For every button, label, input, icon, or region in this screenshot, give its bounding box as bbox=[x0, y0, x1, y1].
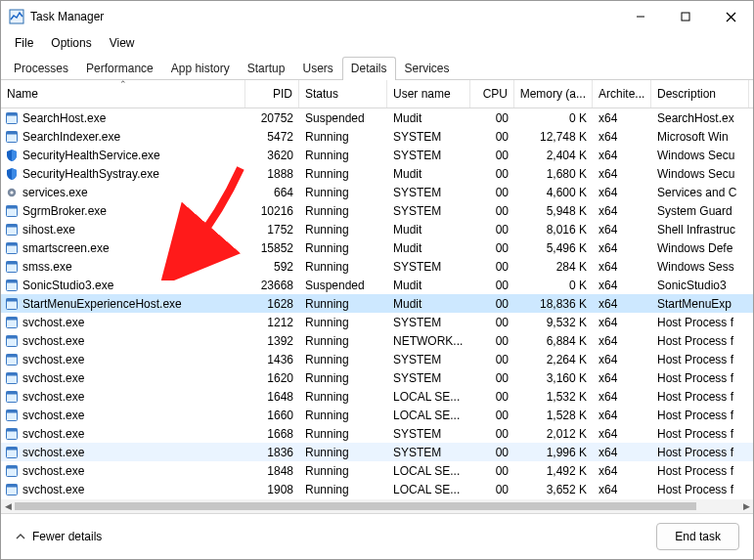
tab-processes[interactable]: Processes bbox=[5, 57, 77, 80]
cell-user: SYSTEM bbox=[387, 371, 470, 385]
cell-mem: 2,264 K bbox=[514, 353, 593, 366]
cell-name: svchost.exe bbox=[1, 390, 245, 404]
app-icon bbox=[5, 241, 19, 255]
tab-details[interactable]: Details bbox=[342, 57, 396, 80]
app-icon bbox=[5, 223, 19, 237]
scroll-thumb[interactable] bbox=[15, 502, 696, 510]
svg-point-10 bbox=[10, 191, 13, 194]
tab-app-history[interactable]: App history bbox=[162, 57, 239, 80]
fewer-details-button[interactable]: Fewer details bbox=[15, 530, 102, 543]
process-name: smss.exe bbox=[22, 260, 72, 274]
table-row[interactable]: svchost.exe1620RunningSYSTEM003,160 Kx64… bbox=[1, 368, 753, 387]
column-header-desc[interactable]: Description bbox=[651, 80, 749, 108]
cell-cpu: 00 bbox=[470, 371, 514, 385]
chevron-up-icon bbox=[15, 531, 26, 542]
column-header-user[interactable]: User name bbox=[387, 80, 470, 108]
cell-user: SYSTEM bbox=[387, 204, 470, 218]
cell-desc: Microsoft Win bbox=[651, 130, 749, 144]
app-icon bbox=[5, 446, 19, 459]
cell-cpu: 00 bbox=[470, 167, 514, 181]
end-task-button[interactable]: End task bbox=[656, 523, 739, 550]
table-row[interactable]: SearchIndexer.exe5472RunningSYSTEM0012,7… bbox=[1, 127, 753, 146]
cell-status: Running bbox=[299, 149, 387, 162]
app-icon bbox=[5, 334, 19, 348]
cell-name: SgrmBroker.exe bbox=[1, 204, 245, 218]
cell-pid: 1752 bbox=[245, 223, 299, 237]
close-button[interactable] bbox=[708, 1, 753, 32]
process-name: svchost.exe bbox=[22, 446, 84, 459]
table-row[interactable]: smss.exe592RunningSYSTEM00284 Kx64Window… bbox=[1, 257, 753, 276]
table-row[interactable]: SgrmBroker.exe10216RunningSYSTEM005,948 … bbox=[1, 201, 753, 220]
menu-view[interactable]: View bbox=[102, 34, 143, 52]
table-row[interactable]: svchost.exe1908RunningLOCAL SE...003,652… bbox=[1, 480, 753, 498]
cell-arch: x64 bbox=[593, 390, 651, 404]
cell-cpu: 00 bbox=[470, 464, 514, 478]
tab-services[interactable]: Services bbox=[396, 57, 459, 80]
cell-status: Running bbox=[299, 186, 387, 199]
menubar: File Options View bbox=[1, 32, 753, 54]
cell-arch: x64 bbox=[593, 297, 651, 311]
cell-arch: x64 bbox=[593, 353, 651, 366]
cell-cpu: 00 bbox=[470, 297, 514, 311]
cell-status: Running bbox=[299, 409, 387, 422]
table-row[interactable]: SecurityHealthService.exe3620RunningSYST… bbox=[1, 146, 753, 164]
cell-arch: x64 bbox=[593, 149, 651, 162]
table-row[interactable]: svchost.exe1668RunningSYSTEM002,012 Kx64… bbox=[1, 424, 753, 443]
column-header-mem[interactable]: Memory (a... bbox=[514, 80, 593, 108]
menu-options[interactable]: Options bbox=[43, 34, 99, 52]
table-row[interactable]: SonicStudio3.exe23668SuspendedMudit000 K… bbox=[1, 276, 753, 294]
cell-cpu: 00 bbox=[470, 334, 514, 348]
cell-status: Running bbox=[299, 464, 387, 478]
table-row[interactable]: svchost.exe1436RunningSYSTEM002,264 Kx64… bbox=[1, 350, 753, 368]
cell-pid: 1836 bbox=[245, 446, 299, 459]
maximize-button[interactable] bbox=[663, 1, 708, 32]
column-header-pid[interactable]: PID bbox=[245, 80, 299, 108]
cell-mem: 1,680 K bbox=[514, 167, 593, 181]
window-controls bbox=[618, 1, 753, 32]
horizontal-scrollbar[interactable]: ◀ ▶ bbox=[1, 499, 753, 513]
table-row[interactable]: svchost.exe1836RunningSYSTEM001,996 Kx64… bbox=[1, 443, 753, 461]
menu-file[interactable]: File bbox=[7, 34, 41, 52]
cell-user: SYSTEM bbox=[387, 316, 470, 329]
cell-user: Mudit bbox=[387, 297, 470, 311]
cell-mem: 1,492 K bbox=[514, 464, 593, 478]
scroll-left-icon[interactable]: ◀ bbox=[1, 499, 15, 513]
table-row[interactable]: svchost.exe1660RunningLOCAL SE...001,528… bbox=[1, 406, 753, 424]
column-header-status[interactable]: Status bbox=[299, 80, 387, 108]
process-name: StartMenuExperienceHost.exe bbox=[22, 297, 182, 311]
table-row[interactable]: svchost.exe1392RunningNETWORK...006,884 … bbox=[1, 331, 753, 350]
cell-name: SearchHost.exe bbox=[1, 111, 245, 125]
cell-mem: 5,948 K bbox=[514, 204, 593, 218]
cell-desc: Shell Infrastruc bbox=[651, 223, 749, 237]
table-row[interactable]: SecurityHealthSystray.exe1888RunningMudi… bbox=[1, 164, 753, 183]
scroll-right-icon[interactable]: ▶ bbox=[739, 499, 753, 513]
tab-startup[interactable]: Startup bbox=[239, 57, 294, 80]
minimize-button[interactable] bbox=[618, 1, 663, 32]
table-row[interactable]: sihost.exe1752RunningMudit008,016 Kx64Sh… bbox=[1, 220, 753, 238]
table-row[interactable]: StartMenuExperienceHost.exe1628RunningMu… bbox=[1, 294, 753, 313]
cell-desc: Host Process f bbox=[651, 427, 749, 441]
cell-pid: 1848 bbox=[245, 464, 299, 478]
table-row[interactable]: svchost.exe1212RunningSYSTEM009,532 Kx64… bbox=[1, 313, 753, 331]
tab-users[interactable]: Users bbox=[293, 57, 341, 80]
cell-name: svchost.exe bbox=[1, 483, 245, 496]
cell-user: SYSTEM bbox=[387, 149, 470, 162]
tab-performance[interactable]: Performance bbox=[77, 57, 162, 80]
cell-cpu: 00 bbox=[470, 149, 514, 162]
cell-status: Running bbox=[299, 204, 387, 218]
svg-rect-38 bbox=[7, 447, 18, 450]
cell-pid: 1392 bbox=[245, 334, 299, 348]
table-row[interactable]: services.exe664RunningSYSTEM004,600 Kx64… bbox=[1, 183, 753, 201]
table-row[interactable]: smartscreen.exe15852RunningMudit005,496 … bbox=[1, 238, 753, 257]
cell-name: SonicStudio3.exe bbox=[1, 279, 245, 292]
table-row[interactable]: svchost.exe1848RunningLOCAL SE...001,492… bbox=[1, 461, 753, 480]
column-header-name[interactable]: Name⌃ bbox=[1, 80, 245, 108]
column-header-arch[interactable]: Archite... bbox=[593, 80, 651, 108]
grid-body[interactable]: SearchHost.exe20752SuspendedMudit000 Kx6… bbox=[1, 108, 753, 499]
table-row[interactable]: svchost.exe1648RunningLOCAL SE...001,532… bbox=[1, 387, 753, 406]
process-name: SecurityHealthSystray.exe bbox=[22, 167, 159, 181]
cell-mem: 4,600 K bbox=[514, 186, 593, 199]
cell-user: SYSTEM bbox=[387, 353, 470, 366]
column-header-cpu[interactable]: CPU bbox=[470, 80, 514, 108]
table-row[interactable]: SearchHost.exe20752SuspendedMudit000 Kx6… bbox=[1, 108, 753, 127]
